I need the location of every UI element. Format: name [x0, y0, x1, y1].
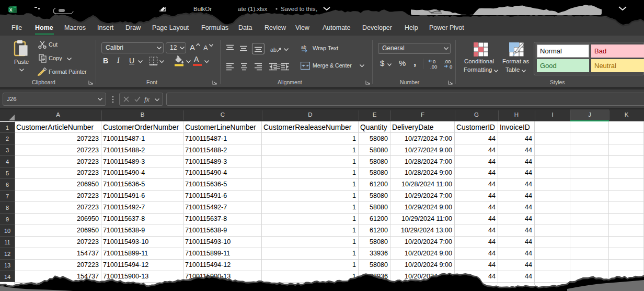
svg-text:Saved to this: Saved to this: [281, 6, 316, 12]
svg-text:X: X: [9, 7, 13, 13]
svg-text:,: ,: [316, 6, 317, 12]
svg-text:BulkOr: BulkOr: [193, 6, 212, 12]
svg-text:ate (1).xlsx: ate (1).xlsx: [238, 6, 267, 12]
